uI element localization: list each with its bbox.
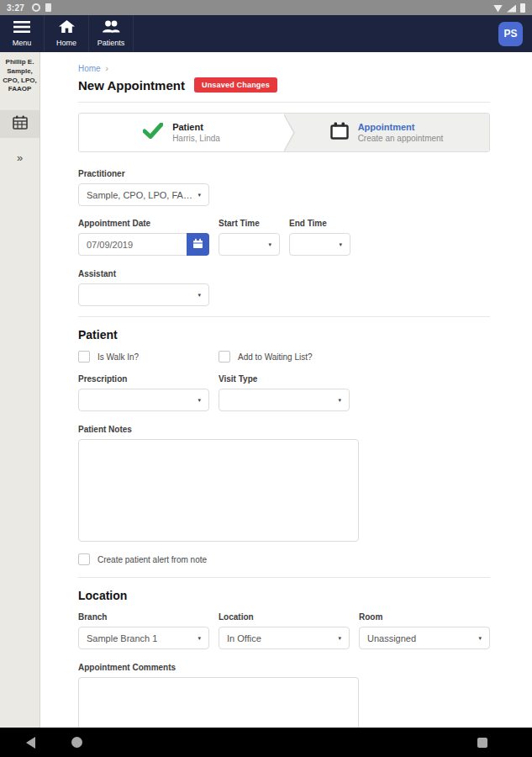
caret-down-icon: ▾: [478, 635, 482, 642]
caret-down-icon: ▾: [198, 292, 201, 299]
calendar-icon: [192, 238, 203, 251]
walk-in-checkbox[interactable]: Is Walk In?: [78, 351, 219, 363]
status-notification-icons: [32, 3, 51, 12]
app-bar: Menu Home Patients PS: [0, 15, 532, 52]
checkbox-icon: [78, 553, 90, 565]
practitioner-name: Phillip E. Sample, CPO, LPO, FAAOP: [0, 52, 40, 94]
caret-down-icon: ▾: [198, 192, 201, 199]
clock: 3:27: [7, 3, 24, 13]
start-time-select[interactable]: ▾: [219, 233, 280, 256]
assistant-label: Assistant: [78, 269, 490, 278]
home-icon: [59, 20, 75, 36]
create-alert-checkbox[interactable]: Create patient alert from note: [78, 553, 490, 565]
caret-down-icon: ▾: [198, 397, 201, 404]
user-avatar[interactable]: PS: [498, 22, 523, 46]
breadcrumb: Home ›: [78, 64, 490, 73]
unsaved-changes-badge: Unsaved Changes: [194, 77, 277, 93]
calendar-icon: [330, 122, 349, 143]
home-button[interactable]: Home: [45, 15, 89, 52]
patients-label: Patients: [97, 39, 125, 47]
appointment-date-field: Appointment Date: [78, 219, 209, 256]
create-alert-label: Create patient alert from note: [97, 555, 207, 564]
assistant-select[interactable]: ▾: [78, 283, 209, 306]
title-row: New Appointment Unsaved Changes: [78, 77, 490, 93]
check-icon: [143, 123, 163, 142]
prescription-row: Prescription ▾ Visit Type ▾: [78, 374, 490, 411]
waiting-list-label: Add to Waiting List?: [238, 352, 313, 362]
caret-down-icon: ▾: [268, 241, 271, 248]
rail-item-calendar[interactable]: [0, 110, 40, 138]
branch-select[interactable]: Sample Branch 1 ▾: [78, 627, 209, 649]
prescription-field: Prescription ▾: [78, 374, 209, 411]
caret-down-icon: ▾: [339, 241, 342, 248]
appointment-comments-field: Appointment Comments: [78, 663, 490, 728]
end-time-select[interactable]: ▾: [289, 233, 350, 256]
date-picker-button[interactable]: [187, 233, 209, 256]
main-area: Phillip E. Sample, CPO, LPO, FAAOP » Hom…: [0, 52, 532, 728]
step-patient[interactable]: Patient Harris, Linda: [79, 114, 284, 151]
patient-section: Patient Is Walk In? Add to Waiting List?…: [78, 328, 490, 565]
visit-type-select[interactable]: ▾: [219, 389, 350, 411]
patient-section-heading: Patient: [78, 328, 490, 341]
prescription-label: Prescription: [78, 374, 209, 384]
patient-notes-textarea[interactable]: [78, 439, 359, 542]
appointment-date-input[interactable]: [78, 233, 187, 256]
patients-button[interactable]: Patients: [89, 15, 134, 52]
checkbox-icon: [78, 351, 90, 363]
divider: [78, 316, 490, 317]
step-appointment-title: Appointment: [358, 122, 444, 132]
android-nav-bar: [0, 728, 532, 757]
menu-button[interactable]: Menu: [0, 15, 45, 52]
caret-down-icon: ▾: [198, 635, 201, 642]
end-time-label: End Time: [289, 219, 350, 228]
storage-icon: [45, 3, 51, 12]
location-row: Branch Sample Branch 1 ▾ Location In Off…: [78, 612, 490, 649]
room-select[interactable]: Unassigned ▾: [359, 627, 490, 649]
location-section: Location Branch Sample Branch 1 ▾ Locati…: [78, 589, 490, 728]
screen-record-icon: [32, 3, 40, 12]
double-chevron-right-icon: »: [17, 151, 23, 164]
date-time-row: Appointment Date Start Time: [78, 219, 490, 256]
wizard-stepper: Patient Harris, Linda Appointment Create…: [78, 113, 490, 152]
breadcrumb-separator: ›: [105, 64, 108, 73]
rail-expand-button[interactable]: »: [0, 145, 40, 170]
left-rail: Phillip E. Sample, CPO, LPO, FAAOP »: [0, 52, 40, 728]
breadcrumb-home-link[interactable]: Home: [78, 64, 101, 73]
branch-field: Branch Sample Branch 1 ▾: [78, 612, 209, 649]
practitioner-select[interactable]: Sample, CPO, LPO, FAAOP, ... ▾: [78, 183, 209, 206]
wifi-icon: [493, 5, 503, 13]
checkbox-icon: [219, 351, 230, 363]
end-time-field: End Time ▾: [289, 219, 350, 256]
step-appointment[interactable]: Appointment Create an appointment: [284, 114, 489, 151]
location-section-heading: Location: [78, 589, 490, 602]
divider: [78, 577, 490, 578]
caret-down-icon: ▾: [338, 397, 341, 404]
visit-type-label: Visit Type: [219, 374, 350, 384]
patient-notes-field: Patient Notes: [78, 425, 490, 542]
location-field: Location In Office ▾: [219, 612, 350, 649]
location-label: Location: [219, 612, 350, 622]
practitioner-field: Practitioner Sample, CPO, LPO, FAAOP, ..…: [78, 169, 490, 206]
step-patient-subtitle: Harris, Linda: [172, 134, 220, 143]
menu-icon: [13, 21, 30, 36]
walk-in-label: Is Walk In?: [97, 352, 139, 362]
waiting-list-checkbox[interactable]: Add to Waiting List?: [219, 351, 313, 363]
status-system-icons: [493, 3, 525, 13]
appointment-comments-label: Appointment Comments: [78, 663, 490, 672]
start-time-field: Start Time ▾: [219, 219, 280, 256]
location-select[interactable]: In Office ▾: [219, 627, 350, 649]
appointment-comments-textarea[interactable]: [78, 677, 359, 728]
start-time-label: Start Time: [219, 219, 280, 228]
android-home-button[interactable]: [71, 737, 82, 748]
android-recents-button[interactable]: [477, 738, 487, 748]
divider: [78, 102, 490, 103]
patient-checkbox-row: Is Walk In? Add to Waiting List?: [78, 351, 490, 363]
prescription-select[interactable]: ▾: [78, 389, 209, 411]
status-bar: 3:27: [0, 0, 532, 15]
app-screen: 3:27 Menu Home Patients: [0, 0, 532, 757]
android-back-button[interactable]: [26, 737, 35, 749]
appointment-date-label: Appointment Date: [78, 219, 209, 228]
room-field: Room Unassigned ▾: [359, 612, 490, 649]
patient-notes-label: Patient Notes: [78, 425, 490, 434]
branch-label: Branch: [78, 612, 209, 622]
